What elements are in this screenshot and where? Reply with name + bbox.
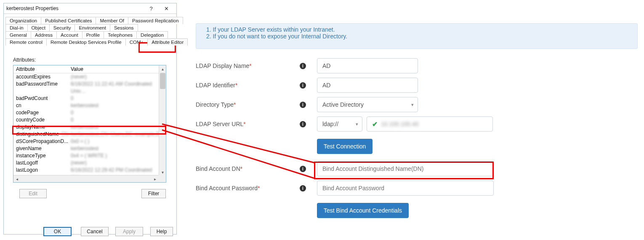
- directory-type-label: Directory Type*: [196, 101, 298, 108]
- tab-com-plus[interactable]: COM+: [125, 38, 148, 46]
- attr-value: 0: [71, 116, 163, 124]
- attributes-list[interactable]: Attribute Value accountExpires(never)bad…: [13, 65, 166, 183]
- help-button[interactable]: Help: [150, 227, 173, 236]
- tab-account[interactable]: Account: [56, 31, 82, 38]
- tab-attribute-editor[interactable]: Attribute Editor: [147, 38, 188, 46]
- attr-name: instanceType: [16, 152, 71, 159]
- tab-organization[interactable]: Organization: [5, 17, 41, 24]
- attr-value: kerberostest: [71, 124, 163, 131]
- scroll-thumb[interactable]: [160, 73, 165, 89]
- window-title: kerberostest Properties: [6, 5, 144, 11]
- scroll-left-icon[interactable]: ◂: [13, 175, 21, 183]
- filter-button[interactable]: Filter: [141, 189, 166, 198]
- tab-general[interactable]: General: [5, 31, 31, 38]
- attr-name: accountExpires: [16, 73, 71, 81]
- attr-value: 6/16/2022 11:22:41 AM Coordinated Univ…: [71, 81, 163, 95]
- attr-name: dSCorePropagationD...: [16, 138, 71, 145]
- tab-password-replication[interactable]: Password Replication: [128, 17, 183, 24]
- tab-security[interactable]: Security: [49, 24, 75, 31]
- attr-value: (never): [71, 159, 163, 167]
- tab-environment[interactable]: Environment: [75, 24, 110, 31]
- attr-value: 0: [71, 109, 163, 116]
- attr-value: (never): [71, 73, 163, 81]
- table-row[interactable]: codePage0: [13, 109, 166, 116]
- directory-type-select[interactable]: [317, 97, 418, 112]
- bind-dn-label: Bind Account DN*: [196, 165, 298, 172]
- table-row[interactable]: displayNamekerberostest: [13, 124, 166, 131]
- bind-password-input[interactable]: [317, 181, 494, 196]
- tab-published-certificates[interactable]: Published Certificates: [41, 17, 96, 24]
- table-row[interactable]: instanceType0x4 = ( WRITE ): [13, 152, 166, 159]
- apply-button[interactable]: Apply: [115, 227, 143, 236]
- attributes-rows: accountExpires(never)badPasswordTime6/16…: [13, 73, 166, 183]
- tab-member-of[interactable]: Member Of: [96, 17, 128, 24]
- attr-name: displayName: [16, 124, 71, 131]
- table-row[interactable]: dSCorePropagationD...0x0 = ( ): [13, 138, 166, 145]
- tab-address[interactable]: Address: [31, 31, 57, 38]
- table-row[interactable]: accountExpires(never): [13, 73, 166, 81]
- tab-remote-desktop-services-profile[interactable]: Remote Desktop Services Profile: [46, 38, 126, 46]
- tab-strip: Organization Published Certificates Memb…: [4, 14, 176, 46]
- display-name-label: LDAP Display Name*: [196, 62, 298, 69]
- attr-name: lastLogoff: [16, 159, 71, 167]
- info-icon[interactable]: i: [300, 63, 306, 69]
- col-attribute[interactable]: Attribute: [13, 65, 68, 73]
- table-row[interactable]: givenNamekerberostest: [13, 145, 166, 152]
- check-icon: ✔: [372, 120, 378, 128]
- info-line-2: 2. If you do not want to expose your Int…: [206, 33, 627, 40]
- table-row[interactable]: badPwdCount0: [13, 95, 166, 102]
- row-test-connection: Test Connection: [196, 134, 499, 159]
- col-value[interactable]: Value: [68, 65, 166, 73]
- scrollbar-horizontal[interactable]: ◂ ▸: [13, 175, 159, 182]
- ok-button[interactable]: OK: [43, 227, 72, 236]
- bind-dn-input[interactable]: [317, 161, 494, 176]
- info-icon[interactable]: i: [300, 82, 306, 89]
- close-icon[interactable]: ✕: [159, 3, 174, 13]
- test-bind-credentials-button[interactable]: Test Bind Account Credentials: [317, 203, 409, 218]
- attr-name: badPasswordTime: [16, 81, 71, 95]
- tab-telephones[interactable]: Telephones: [104, 31, 137, 38]
- test-connection-button[interactable]: Test Connection: [317, 139, 373, 154]
- tab-dial-in[interactable]: Dial-in: [5, 24, 28, 31]
- row-bind-dn: Bind Account DN* i: [196, 159, 499, 178]
- tab-delegation[interactable]: Delegation: [136, 31, 168, 38]
- table-row[interactable]: lastLogoff(never): [13, 159, 166, 167]
- table-row[interactable]: cnkerberostest: [13, 102, 166, 109]
- tab-object[interactable]: Object: [27, 24, 50, 31]
- info-icon[interactable]: i: [300, 185, 306, 191]
- scroll-right-icon[interactable]: ▸: [152, 175, 159, 183]
- url-scheme-select[interactable]: [317, 116, 362, 132]
- scrollbar-vertical[interactable]: ▴ ▾: [159, 65, 166, 176]
- info-icon[interactable]: i: [300, 166, 306, 172]
- info-icon[interactable]: i: [300, 102, 306, 108]
- attr-value: 0x0 = ( ): [71, 138, 163, 145]
- row-test-bind: Test Bind Account Credentials: [196, 198, 499, 223]
- tab-remote-control[interactable]: Remote control: [5, 38, 47, 46]
- table-row[interactable]: countryCode0: [13, 116, 166, 124]
- attr-name: givenName: [16, 145, 71, 152]
- row-server-url: LDAP Server URL* i ▾ ✔ 10.100.100.40: [196, 114, 499, 134]
- display-name-input[interactable]: [317, 58, 418, 73]
- titlebar: kerberostest Properties ? ✕: [4, 3, 176, 14]
- tab-sessions[interactable]: Sessions: [110, 24, 138, 31]
- scroll-up-icon[interactable]: ▴: [159, 65, 166, 73]
- tab-profile[interactable]: Profile: [82, 31, 104, 38]
- table-row[interactable]: distinguishedNameCN=kerberostest,CN=User…: [13, 131, 166, 138]
- identifier-input[interactable]: [317, 78, 418, 93]
- scrollbar-corner: [159, 175, 166, 182]
- attr-value: kerberostest: [71, 102, 163, 109]
- info-icon[interactable]: i: [300, 121, 306, 127]
- cancel-button[interactable]: Cancel: [81, 227, 109, 236]
- server-url-label: LDAP Server URL*: [196, 121, 298, 127]
- row-bind-password: Bind Account Password* i: [196, 178, 499, 198]
- table-row[interactable]: badPasswordTime6/16/2022 11:22:41 AM Coo…: [13, 81, 166, 95]
- info-panel: 1. If your LDAP Server exists within you…: [196, 23, 638, 49]
- edit-button[interactable]: Edit: [19, 189, 47, 198]
- attr-value: 0x4 = ( WRITE ): [71, 152, 163, 159]
- help-icon[interactable]: ?: [144, 3, 159, 13]
- info-line-1: 1. If your LDAP Server exists within you…: [206, 26, 627, 33]
- attr-name: distinguishedName: [16, 131, 61, 138]
- row-directory-type: Directory Type* i ▾: [196, 95, 499, 114]
- row-display-name: LDAP Display Name* i: [196, 56, 499, 76]
- server-url-input[interactable]: ✔ 10.100.100.40: [367, 116, 493, 132]
